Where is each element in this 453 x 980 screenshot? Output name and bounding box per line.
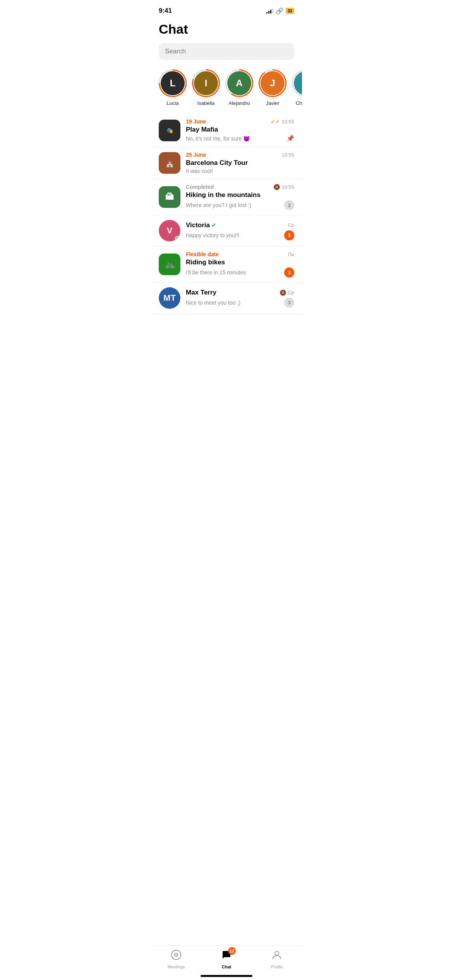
- chat-item-victoria[interactable]: V Victoria ✔ Ср Happy victory to you!!! …: [151, 215, 302, 247]
- mute-icon: 🔕: [280, 290, 286, 296]
- chat-title: Barcelona City Tour: [186, 159, 294, 167]
- chat-item-barcelona[interactable]: ⛪ 25 June 10:55 Barcelona City Tour It w…: [151, 147, 302, 179]
- chat-time: 🔕 10:55: [273, 184, 294, 190]
- story-avatar: C: [294, 71, 302, 95]
- unread-badge: 3: [284, 267, 294, 278]
- chat-preview: I'll be there in 15 minutes: [186, 269, 246, 276]
- story-avatar: L: [161, 71, 185, 95]
- pin-icon: 📌: [287, 135, 294, 142]
- chat-avatar-barcelona: ⛪: [159, 152, 180, 174]
- status-icons: 🔗 32: [266, 7, 294, 15]
- story-avatar: A: [227, 71, 251, 95]
- status-bar: 9:41 🔗 32: [151, 0, 302, 19]
- chat-content-victoria: Victoria ✔ Ср Happy victory to you!!! 3: [186, 221, 294, 240]
- story-avatar: I: [194, 71, 218, 95]
- chat-time: 10:55: [281, 152, 294, 158]
- chat-content-hiking: Completed 🔕 10:55 Hiking in the mountain…: [186, 184, 294, 210]
- search-bar[interactable]: [159, 43, 294, 60]
- chat-time: Ср: [288, 222, 294, 228]
- chat-preview: Where are you? I got lost :): [186, 202, 251, 208]
- story-name: Isabella: [197, 100, 215, 106]
- chat-time: Пн: [288, 252, 294, 257]
- chat-content-bikes: Flexible date Пн Riding bikes I'll be th…: [186, 251, 294, 278]
- chat-time: 🔕 Ср: [280, 290, 294, 296]
- stories-row: L Lucia I Isabella A Alejandro J Javier: [151, 68, 302, 114]
- mute-icon: 🔕: [273, 184, 280, 190]
- search-input[interactable]: [165, 48, 288, 55]
- chat-date: Completed: [186, 184, 214, 190]
- story-item-alejandro[interactable]: A Alejandro: [225, 69, 253, 106]
- chat-avatar-max-terry: MT: [159, 287, 180, 309]
- chat-title: Hiking in the mountains: [186, 191, 294, 199]
- double-check-icon: ✓✓: [271, 118, 280, 125]
- chat-content-play-mafia: 19 June ✓✓ 10:55 Play Mafia No, it's not…: [186, 118, 294, 142]
- chat-list: 🎭 19 June ✓✓ 10:55 Play Mafia No, it's n…: [151, 114, 302, 314]
- story-name: Javier: [266, 100, 280, 106]
- story-item-javier[interactable]: J Javier: [259, 69, 287, 106]
- story-avatar: J: [261, 71, 285, 95]
- page-title: Chat: [151, 19, 302, 43]
- chat-avatar-play-mafia: 🎭: [159, 120, 180, 141]
- chat-date: 19 June: [186, 118, 206, 125]
- chat-name: Max Terry: [186, 289, 216, 296]
- chat-title: Riding bikes: [186, 259, 294, 266]
- chat-time: ✓✓ 10:55: [271, 118, 294, 125]
- chat-item-bikes[interactable]: 🚲 Flexible date Пн Riding bikes I'll be …: [151, 247, 302, 283]
- chat-name: Victoria ✔: [186, 221, 216, 229]
- chat-title: Play Mafia: [186, 126, 294, 134]
- chat-preview: It was cool!: [186, 168, 213, 174]
- unread-badge: 3: [284, 298, 294, 308]
- chat-preview: Nice to meet you too ;): [186, 300, 240, 306]
- status-time: 9:41: [159, 7, 172, 15]
- online-indicator: [175, 236, 180, 241]
- chat-preview: Happy victory to you!!!: [186, 232, 240, 238]
- chat-date: 25 June: [186, 152, 206, 158]
- unread-badge: 3: [284, 200, 294, 210]
- story-name: Charlotte: [296, 100, 302, 106]
- chat-content-max-terry: Max Terry 🔕 Ср Nice to meet you too ;) 3: [186, 289, 294, 308]
- chat-avatar-hiking: 🏔: [159, 186, 180, 208]
- signal-icon: [266, 8, 273, 14]
- chat-date: Flexible date: [186, 251, 219, 257]
- chat-avatar-bikes: 🚲: [159, 254, 180, 275]
- story-item-charlotte[interactable]: C Charlotte: [292, 69, 302, 106]
- unread-badge: 3: [284, 230, 294, 240]
- chat-preview: No, it's not me, for sure 😈: [186, 135, 250, 142]
- chat-item-hiking[interactable]: 🏔 Completed 🔕 10:55 Hiking in the mounta…: [151, 179, 302, 215]
- verified-badge: ✔: [211, 222, 216, 228]
- chat-item-max-terry[interactable]: MT Max Terry 🔕 Ср Nice to meet you too ;…: [151, 283, 302, 314]
- link-icon: 🔗: [276, 7, 283, 15]
- chat-content-barcelona: 25 June 10:55 Barcelona City Tour It was…: [186, 152, 294, 174]
- story-name: Alejandro: [229, 100, 250, 106]
- story-name: Lucia: [166, 100, 178, 106]
- story-item-isabella[interactable]: I Isabella: [192, 69, 220, 106]
- story-item-lucia[interactable]: L Lucia: [159, 69, 187, 106]
- chat-item-play-mafia[interactable]: 🎭 19 June ✓✓ 10:55 Play Mafia No, it's n…: [151, 114, 302, 147]
- battery-indicator: 32: [286, 8, 294, 14]
